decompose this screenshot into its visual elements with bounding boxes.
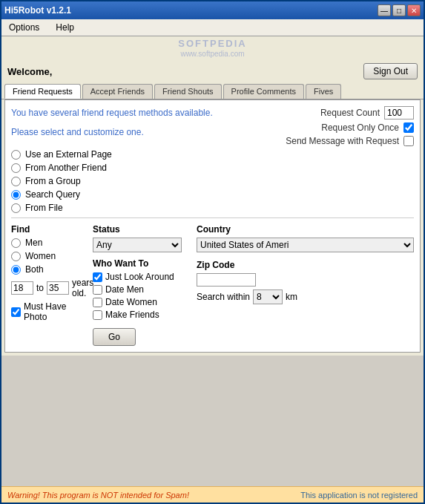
date-women-checkbox[interactable] bbox=[93, 298, 102, 307]
zip-code-input[interactable] bbox=[197, 273, 256, 287]
find-women-label: Women bbox=[25, 251, 56, 261]
main-content: You have several friend request methods … bbox=[1, 99, 424, 486]
age-to-label: to bbox=[36, 283, 44, 293]
who-want-date-men: Date Men bbox=[93, 284, 182, 295]
find-both-radio[interactable] bbox=[11, 265, 21, 275]
find-men-label: Men bbox=[25, 238, 42, 248]
radio-from-file: From File bbox=[11, 203, 414, 213]
who-want-date-women: Date Women bbox=[93, 297, 182, 307]
search-within-label: Search within bbox=[197, 292, 250, 302]
just-look-around-label: Just Look Around bbox=[105, 272, 174, 282]
radio-from-file-input[interactable] bbox=[11, 203, 21, 213]
tabs-bar: Friend Requests Accept Friends Friend Sh… bbox=[1, 82, 424, 99]
search-within-row: Search within 8 16 32 64 km bbox=[197, 289, 414, 304]
tab-fives[interactable]: Fives bbox=[306, 84, 341, 99]
send-message-row: Send Message with Request bbox=[266, 136, 414, 146]
radio-another-friend-input[interactable] bbox=[11, 163, 21, 173]
find-men-option: Men bbox=[11, 238, 78, 248]
radio-another-friend: From Another Friend bbox=[11, 163, 414, 173]
request-only-once-row: Request Only Once bbox=[266, 122, 414, 133]
tab-profile-comments[interactable]: Profile Comments bbox=[223, 84, 304, 99]
find-women-radio[interactable] bbox=[11, 252, 21, 261]
window-controls: — □ ✕ bbox=[378, 4, 421, 16]
minimize-button[interactable]: — bbox=[378, 4, 391, 16]
welcome-text: Welcome, bbox=[7, 66, 52, 77]
content-area: You have several friend request methods … bbox=[4, 99, 421, 353]
who-want-just-look: Just Look Around bbox=[93, 272, 182, 282]
status-select[interactable]: Any Single Married Divorced bbox=[93, 238, 182, 252]
menu-help[interactable]: Help bbox=[51, 21, 79, 34]
request-count-row: Request Count bbox=[266, 106, 414, 120]
age-row: to years old. bbox=[11, 278, 78, 298]
radio-search-query-input[interactable] bbox=[11, 190, 21, 200]
gray-area bbox=[1, 356, 424, 486]
title-bar: Hi5Robot v1.2.1 — □ ✕ bbox=[1, 1, 424, 19]
send-message-label: Send Message with Request bbox=[286, 136, 399, 146]
radio-from-group-input[interactable] bbox=[11, 177, 21, 186]
footer-bar: Warning! This program is NOT intended fo… bbox=[1, 486, 424, 503]
tab-accept-friends[interactable]: Accept Friends bbox=[82, 84, 153, 99]
close-button[interactable]: ✕ bbox=[407, 4, 421, 16]
status-label: Status bbox=[93, 224, 182, 235]
km-label: km bbox=[286, 292, 297, 302]
radio-external-page-label: Use an External Page bbox=[25, 149, 112, 160]
watermark-url: www.softpedia.com bbox=[1, 50, 424, 60]
right-panel: Request Count Request Only Once Send Mes… bbox=[266, 106, 414, 149]
make-friends-label: Make Friends bbox=[105, 310, 159, 320]
menu-options[interactable]: Options bbox=[4, 21, 44, 34]
info-text-1: You have several friend request methods … bbox=[11, 106, 266, 120]
make-friends-checkbox[interactable] bbox=[93, 310, 102, 320]
menu-bar: Options Help bbox=[1, 19, 424, 36]
watermark-brand: SOFTPEDIA bbox=[1, 36, 424, 50]
footer-notice: This application is not registered bbox=[300, 491, 418, 500]
radio-search-query-label: Search Query bbox=[25, 189, 80, 200]
request-count-input[interactable] bbox=[384, 106, 414, 120]
maximize-button[interactable]: □ bbox=[392, 4, 406, 16]
age-to-input[interactable] bbox=[47, 281, 69, 295]
request-only-once-label: Request Only Once bbox=[321, 122, 399, 133]
country-select[interactable]: United States of Ameri Canada United Kin… bbox=[197, 238, 414, 252]
country-label: Country bbox=[197, 224, 414, 235]
zip-code-section: Zip Code bbox=[197, 260, 414, 287]
just-look-around-checkbox[interactable] bbox=[93, 272, 102, 282]
who-want-label: Who Want To bbox=[93, 258, 182, 269]
divider bbox=[11, 217, 414, 218]
radio-options: Use an External Page From Another Friend… bbox=[11, 149, 414, 213]
radio-external-page: Use an External Page bbox=[11, 149, 414, 160]
find-label: Find bbox=[11, 224, 78, 235]
must-have-photo-checkbox[interactable] bbox=[11, 307, 21, 317]
request-count-label: Request Count bbox=[320, 108, 380, 118]
date-men-label: Date Men bbox=[105, 284, 144, 295]
who-want-make-friends: Make Friends bbox=[93, 310, 182, 320]
zip-code-label: Zip Code bbox=[197, 260, 414, 270]
date-men-checkbox[interactable] bbox=[93, 285, 102, 295]
request-only-once-checkbox[interactable] bbox=[403, 122, 414, 133]
window-title: Hi5Robot v1.2.1 bbox=[4, 5, 71, 16]
must-have-photo-label: Must Have Photo bbox=[24, 301, 78, 322]
radio-external-page-input[interactable] bbox=[11, 150, 21, 160]
go-button[interactable]: Go bbox=[93, 328, 136, 346]
radio-search-query: Search Query bbox=[11, 189, 414, 200]
info-text-2: Please select and customize one. bbox=[11, 125, 266, 139]
send-message-checkbox[interactable] bbox=[403, 136, 414, 146]
radio-from-group-label: From a Group bbox=[25, 176, 81, 186]
who-want-section: Who Want To Just Look Around Date Men Da… bbox=[93, 258, 182, 320]
age-from-input[interactable] bbox=[11, 281, 33, 295]
date-women-label: Date Women bbox=[105, 297, 157, 307]
bottom-section: Find Men Women Both to bbox=[11, 224, 414, 346]
tab-friend-shouts[interactable]: Friend Shouts bbox=[154, 84, 221, 99]
find-men-radio[interactable] bbox=[11, 238, 21, 248]
radio-from-file-label: From File bbox=[25, 203, 63, 213]
radio-another-friend-label: From Another Friend bbox=[25, 163, 107, 173]
find-column: Find Men Women Both to bbox=[11, 224, 78, 346]
find-women-option: Women bbox=[11, 251, 78, 261]
must-have-photo-row: Must Have Photo bbox=[11, 301, 78, 322]
left-info: You have several friend request methods … bbox=[11, 106, 266, 149]
footer-warning: Warning! This program is NOT intended fo… bbox=[7, 491, 189, 500]
search-within-select[interactable]: 8 16 32 64 bbox=[253, 289, 283, 304]
sign-out-button[interactable]: Sign Out bbox=[363, 63, 418, 79]
years-old-label: years old. bbox=[72, 278, 93, 298]
country-column: Country United States of Ameri Canada Un… bbox=[197, 224, 414, 346]
tab-friend-requests[interactable]: Friend Requests bbox=[4, 84, 81, 99]
radio-from-group: From a Group bbox=[11, 176, 414, 186]
